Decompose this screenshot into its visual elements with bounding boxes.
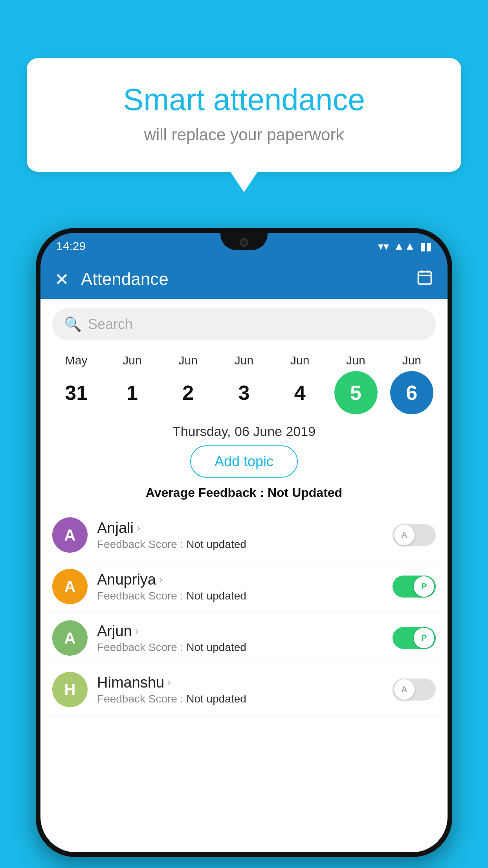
status-time: 14:29 (56, 239, 86, 253)
feedback-value: Not updated (186, 641, 246, 653)
status-icons: ▾▾ ▲▲ ▮▮ (378, 240, 432, 253)
search-input[interactable]: Search (88, 316, 133, 333)
cal-day-number[interactable]: 4 (278, 371, 321, 414)
cal-day-number[interactable]: 2 (167, 371, 210, 414)
cal-month-label: Jun (346, 354, 365, 367)
camera (240, 238, 248, 247)
phone-inner: 14:29 ▾▾ ▲▲ ▮▮ ✕ Attendance (40, 233, 448, 852)
toggle-knob: A (394, 679, 415, 700)
attendance-toggle[interactable]: A (393, 679, 436, 701)
attendance-toggle[interactable]: P (393, 627, 436, 649)
calendar-day-0[interactable]: May31 (51, 354, 102, 414)
student-list: AAnjali ›Feedback Score : Not updatedAAA… (40, 509, 448, 715)
student-name: Anjali › (97, 520, 393, 537)
student-name: Arjun › (97, 623, 393, 640)
student-feedback: Feedback Score : Not updated (97, 590, 393, 602)
phone-frame: 14:29 ▾▾ ▲▲ ▮▮ ✕ Attendance (36, 228, 452, 857)
calendar-day-6[interactable]: Jun6 (386, 354, 437, 414)
calendar-day-2[interactable]: Jun2 (163, 354, 214, 414)
cal-day-number[interactable]: 6 (390, 371, 433, 414)
attendance-toggle[interactable]: A (393, 524, 436, 546)
app-bar-title: Attendance (81, 269, 416, 289)
calendar-day-3[interactable]: Jun3 (218, 354, 270, 414)
student-row[interactable]: AAnupriya ›Feedback Score : Not updatedP (48, 561, 440, 612)
app-bar: ✕ Attendance (40, 259, 448, 299)
student-info: Anupriya ›Feedback Score : Not updated (97, 571, 393, 602)
student-feedback: Feedback Score : Not updated (97, 693, 393, 705)
bubble-title: Smart attendance (46, 82, 442, 118)
selected-date-label: Thursday, 06 June 2019 (40, 424, 448, 439)
cal-month-label: Jun (235, 354, 253, 367)
wifi-icon: ▾▾ (378, 240, 389, 253)
cal-month-label: Jun (123, 354, 141, 367)
student-info: Himanshu ›Feedback Score : Not updated (97, 674, 393, 705)
chevron-icon: › (167, 676, 171, 689)
calendar-day-1[interactable]: Jun1 (106, 354, 158, 414)
speech-bubble: Smart attendance will replace your paper… (27, 58, 461, 172)
toggle-knob: A (394, 525, 415, 545)
feedback-value: Not updated (186, 693, 246, 705)
search-bar[interactable]: 🔍 Search (52, 308, 436, 340)
battery-icon: ▮▮ (420, 240, 432, 253)
student-avatar: A (52, 620, 88, 656)
toggle-knob: P (414, 628, 434, 648)
calendar-icon[interactable] (416, 269, 433, 290)
student-row[interactable]: AAnjali ›Feedback Score : Not updatedA (48, 509, 440, 561)
student-feedback: Feedback Score : Not updated (97, 641, 393, 654)
toggle-knob: P (414, 576, 434, 597)
content-area: 🔍 Search May31Jun1Jun2Jun3Jun4Jun5Jun6 T… (40, 299, 448, 852)
signal-icon: ▲▲ (394, 240, 415, 252)
close-button[interactable]: ✕ (55, 269, 69, 289)
avg-feedback-label: Average Feedback : (146, 485, 268, 500)
cal-day-number[interactable]: 1 (110, 371, 154, 414)
cal-day-number[interactable]: 5 (334, 371, 378, 414)
chevron-icon: › (159, 573, 163, 586)
student-avatar: A (52, 517, 88, 553)
student-avatar: A (52, 569, 88, 604)
cal-month-label: Jun (402, 354, 421, 367)
student-avatar: H (52, 672, 88, 707)
search-icon: 🔍 (64, 316, 82, 333)
student-info: Anjali ›Feedback Score : Not updated (97, 520, 393, 551)
calendar-day-4[interactable]: Jun4 (274, 354, 325, 414)
student-feedback: Feedback Score : Not updated (97, 538, 393, 551)
bubble-subtitle: will replace your paperwork (46, 125, 442, 144)
student-row[interactable]: HHimanshu ›Feedback Score : Not updatedA (48, 664, 440, 715)
calendar-day-5[interactable]: Jun5 (330, 354, 382, 414)
calendar-strip: May31Jun1Jun2Jun3Jun4Jun5Jun6 (40, 348, 448, 414)
cal-month-label: May (65, 354, 88, 367)
chevron-icon: › (137, 522, 140, 534)
feedback-value: Not updated (186, 590, 246, 602)
avg-feedback: Average Feedback : Not Updated (40, 485, 448, 500)
feedback-value: Not updated (186, 538, 246, 550)
chevron-icon: › (135, 625, 139, 637)
cal-month-label: Jun (179, 354, 198, 367)
add-topic-button[interactable]: Add topic (190, 445, 298, 478)
cal-day-number[interactable]: 3 (222, 371, 266, 414)
attendance-toggle[interactable]: P (393, 576, 436, 598)
svg-rect-0 (418, 272, 431, 284)
cal-day-number[interactable]: 31 (55, 371, 98, 414)
student-row[interactable]: AArjun ›Feedback Score : Not updatedP (48, 612, 440, 664)
student-info: Arjun ›Feedback Score : Not updated (97, 623, 393, 654)
cal-month-label: Jun (290, 354, 309, 367)
student-name: Anupriya › (97, 571, 393, 588)
phone-notch (220, 233, 268, 250)
student-name: Himanshu › (97, 674, 393, 691)
avg-feedback-value: Not Updated (268, 485, 342, 500)
